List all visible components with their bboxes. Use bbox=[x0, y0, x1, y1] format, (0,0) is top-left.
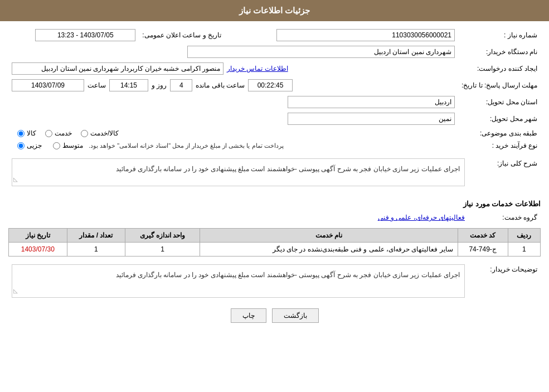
category-label: طبقه بندی موضوعی: bbox=[458, 127, 541, 139]
category-option-label: خدمت bbox=[55, 129, 72, 137]
table-row: استان محل تحویل: اردبیل bbox=[8, 94, 541, 110]
announcement-label: تاریخ و ساعت اعلان عمومی: bbox=[139, 27, 232, 43]
city-label: شهر محل تحویل: bbox=[458, 110, 541, 127]
table-row: مهلت ارسال پاسخ: تا تاریخ: 00:22:45 ساعت… bbox=[8, 77, 541, 94]
province-label: استان محل تحویل: bbox=[458, 94, 541, 110]
buyer-desc-box: اجرای عملیات زیر سازی خیابان فجر به شرح … bbox=[12, 264, 465, 298]
purchase-type-label: نوع فرآیند خرید : bbox=[458, 139, 541, 152]
creator-contact-link[interactable]: اطلاعات تماس خریدار bbox=[227, 65, 288, 72]
page-container: جزئیات اطلاعات نیاز شماره نیاز : 1103030… bbox=[0, 0, 549, 392]
category-radio-goods-services[interactable] bbox=[81, 130, 88, 137]
table-row: نوع فرآیند خرید : پرداخت تمام یا بخشی از… bbox=[8, 139, 541, 152]
buttons-row: بازگشت چاپ bbox=[8, 308, 541, 323]
response-deadline-label: مهلت ارسال پاسخ: تا تاریخ: bbox=[458, 77, 541, 94]
services-section-title: اطلاعات خدمات مورد نیاز bbox=[8, 200, 541, 208]
col-service-code: کد خدمت bbox=[458, 229, 508, 243]
table-row: توضیحات خریدار: اجرای عملیات زیر سازی خی… bbox=[8, 262, 541, 300]
col-row-num: ردیف bbox=[508, 229, 540, 243]
content-area: شماره نیاز : 1103030056000021 تاریخ و سا… bbox=[0, 21, 549, 337]
requester-org-value: شهرداری نمین استان اردبیل bbox=[187, 46, 455, 58]
col-unit: واحد اندازه گیری bbox=[125, 229, 200, 243]
back-button[interactable]: بازگشت bbox=[272, 308, 319, 323]
table-row: نام دستگاه خریدار: شهرداری نمین استان ار… bbox=[8, 43, 541, 60]
cell-unit: 1 bbox=[125, 243, 200, 257]
col-qty: تعداد / مقدار bbox=[67, 229, 125, 243]
col-service-name: نام خدمت bbox=[200, 229, 458, 243]
services-table-header: ردیف کد خدمت نام خدمت واحد اندازه گیری ت… bbox=[9, 229, 541, 243]
table-row: شماره نیاز : 1103030056000021 تاریخ و سا… bbox=[8, 27, 541, 43]
col-date: تاریخ نیاز bbox=[9, 229, 67, 243]
need-description-text: اجرای عملیات زیر سازی خیابان فجر به شرح … bbox=[116, 165, 460, 173]
services-table: ردیف کد خدمت نام خدمت واحد اندازه گیری ت… bbox=[8, 228, 541, 257]
need-description-value: اجرای عملیات زیر سازی خیابان فجر به شرح … bbox=[12, 158, 465, 186]
purchase-radio-medium[interactable] bbox=[53, 142, 60, 149]
category-option-goods[interactable]: کالا bbox=[17, 129, 36, 137]
date-value: 1403/07/09 bbox=[12, 79, 84, 91]
service-group-label: گروه خدمت: bbox=[468, 211, 541, 224]
table-row: گروه خدمت: فعالیتهای حرفه‌ای، علمی و فنی bbox=[8, 211, 541, 224]
remaining-value: 00:22:45 bbox=[248, 79, 293, 91]
days-label: روز و bbox=[152, 81, 167, 89]
table-row: 1 ج-749-74 سایر فعالیتهای حرفه‌ای، علمی … bbox=[9, 243, 541, 257]
cell-service-name: سایر فعالیتهای حرفه‌ای، علمی و فنی طبقه‌… bbox=[200, 243, 458, 257]
category-option-label: کالا/خدمت bbox=[90, 129, 119, 137]
time-label: ساعت bbox=[88, 81, 106, 89]
purchase-type-medium-label: متوسط bbox=[62, 142, 83, 149]
need-number-value: 1103030056000021 bbox=[276, 29, 455, 41]
creator-label: ایجاد کننده درخواست: bbox=[458, 60, 541, 77]
page-header: جزئیات اطلاعات نیاز bbox=[0, 0, 549, 21]
table-row: شهر محل تحویل: نمین bbox=[8, 110, 541, 127]
need-description-label: شرح کلی نیاز: bbox=[468, 156, 541, 194]
purchase-type-medium[interactable]: متوسط bbox=[53, 142, 83, 149]
purchase-type-minor[interactable]: جزیی bbox=[17, 142, 42, 149]
days-value: 4 bbox=[170, 79, 192, 91]
purchase-type-minor-label: جزیی bbox=[27, 142, 42, 149]
cell-service-code: ج-749-74 bbox=[458, 243, 508, 257]
need-description-table: شرح کلی نیاز: اجرای عملیات زیر سازی خیاب… bbox=[8, 156, 541, 194]
header-row: ردیف کد خدمت نام خدمت واحد اندازه گیری ت… bbox=[9, 229, 541, 243]
remaining-label: ساعت باقی مانده bbox=[196, 81, 245, 89]
print-button[interactable]: چاپ bbox=[231, 308, 266, 323]
need-number-label: شماره نیاز : bbox=[458, 27, 541, 43]
cell-row-num: 1 bbox=[508, 243, 540, 257]
category-radio-service[interactable] bbox=[45, 130, 52, 137]
province-value: اردبیل bbox=[288, 96, 455, 108]
city-value: نمین bbox=[288, 113, 455, 125]
table-row: شرح کلی نیاز: اجرای عملیات زیر سازی خیاب… bbox=[8, 156, 541, 194]
table-row: طبقه بندی موضوعی: کالا/خدمت خدمت کالا bbox=[8, 127, 541, 139]
announcement-value: 1403/07/05 - 13:23 bbox=[35, 29, 135, 41]
creator-value: منصور اکرامی خشبه خیران کاربردار شهرداری… bbox=[12, 62, 224, 75]
table-row: ایجاد کننده درخواست: اطلاعات تماس خریدار… bbox=[8, 60, 541, 77]
category-option-service[interactable]: خدمت bbox=[45, 129, 72, 137]
category-option-goods-services[interactable]: کالا/خدمت bbox=[81, 129, 119, 137]
info-table: شماره نیاز : 1103030056000021 تاریخ و سا… bbox=[8, 27, 541, 152]
category-option-label: کالا bbox=[27, 129, 36, 137]
service-group-value[interactable]: فعالیتهای حرفه‌ای، علمی و فنی bbox=[378, 214, 465, 221]
requester-org-label: نام دستگاه خریدار: bbox=[458, 43, 541, 60]
buyer-desc-label: توضیحات خریدار: bbox=[468, 262, 541, 300]
buyer-desc-table: توضیحات خریدار: اجرای عملیات زیر سازی خی… bbox=[8, 262, 541, 300]
cell-qty: 1 bbox=[67, 243, 125, 257]
time-value: 14:15 bbox=[109, 79, 148, 91]
purchase-note: پرداخت تمام یا بخشی از مبلغ خریدار از مح… bbox=[89, 142, 284, 149]
resize-handle[interactable]: ◺ bbox=[13, 175, 18, 185]
purchase-radio-minor[interactable] bbox=[17, 142, 25, 149]
category-radio-goods[interactable] bbox=[17, 130, 25, 137]
buyer-desc-text: اجرای عملیات زیر سازی خیابان فجر به شرح … bbox=[116, 271, 460, 279]
service-group-table: گروه خدمت: فعالیتهای حرفه‌ای، علمی و فنی bbox=[8, 211, 541, 224]
services-table-body: 1 ج-749-74 سایر فعالیتهای حرفه‌ای، علمی … bbox=[9, 243, 541, 257]
cell-date: 1403/07/30 bbox=[9, 243, 67, 257]
resize-handle-buyer[interactable]: ◺ bbox=[13, 286, 18, 296]
page-title: جزئیات اطلاعات نیاز bbox=[239, 6, 310, 15]
